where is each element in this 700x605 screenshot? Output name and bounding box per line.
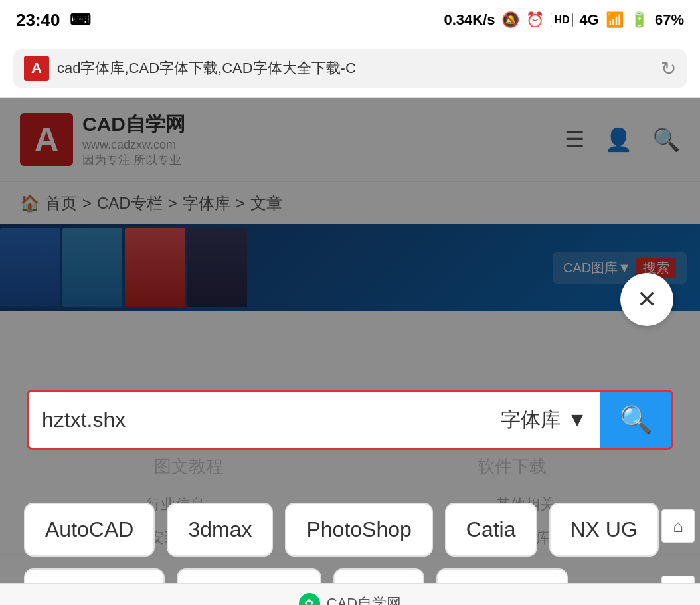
signal-bars-icon: 📶 xyxy=(606,11,624,29)
hd-badge: HD xyxy=(551,13,572,27)
category-3dmax[interactable]: 3dmax xyxy=(167,503,273,557)
wechat-label: CAD自学网 xyxy=(327,594,401,606)
url-text[interactable]: cad字体库,CAD字体下载,CAD字体大全下载-C xyxy=(57,58,653,78)
home-icon: ⌂ xyxy=(673,516,683,537)
search-popup: 字体库 ▼ 🔍 xyxy=(0,390,700,450)
search-input[interactable] xyxy=(42,408,474,432)
status-time: 23:40 xyxy=(16,10,60,31)
reload-button[interactable]: ↻ xyxy=(661,58,676,80)
category-autocad[interactable]: AutoCAD xyxy=(24,503,155,557)
close-button[interactable]: ✕ xyxy=(620,273,673,326)
search-category-selector[interactable]: 字体库 ▼ xyxy=(487,390,600,450)
bell-icon: 🔕 xyxy=(501,11,519,29)
status-bar: 23:40 ⌨ 0.34K/s 🔕 ⏰ HD 4G 📶 🔋 67% xyxy=(0,0,700,40)
status-right: 0.34K/s 🔕 ⏰ HD 4G 📶 🔋 67% xyxy=(444,11,684,29)
alarm-icon: ⏰ xyxy=(526,11,544,29)
search-button[interactable]: 🔍 xyxy=(600,390,673,450)
search-btn-icon: 🔍 xyxy=(620,404,653,436)
home-icon-right[interactable]: ⌂ xyxy=(661,509,695,543)
category-catia[interactable]: Catia xyxy=(445,503,537,557)
category-label: 字体库 xyxy=(501,406,561,434)
search-box: 字体库 ▼ 🔍 xyxy=(27,390,673,450)
battery-percent: 67% xyxy=(655,11,684,29)
search-input-wrap xyxy=(27,390,487,450)
network-speed: 0.34K/s xyxy=(444,11,495,29)
site-favicon: A xyxy=(24,56,49,81)
close-icon: ✕ xyxy=(637,286,657,313)
keyboard-icon: ⌨ xyxy=(70,11,91,29)
signal-4g-icon: 4G xyxy=(580,11,599,29)
address-bar: A cad字体库,CAD字体下载,CAD字体大全下载-C ↻ xyxy=(0,40,700,98)
category-photoshop[interactable]: PhotoShop xyxy=(285,503,432,557)
dropdown-icon: ▼ xyxy=(567,408,587,431)
category-nxug[interactable]: NX UG xyxy=(549,503,659,557)
battery-icon: 🔋 xyxy=(630,11,648,29)
wechat-icon: ✿ xyxy=(299,593,320,606)
wechat-bar: ✿ CAD自学网 xyxy=(0,583,700,605)
